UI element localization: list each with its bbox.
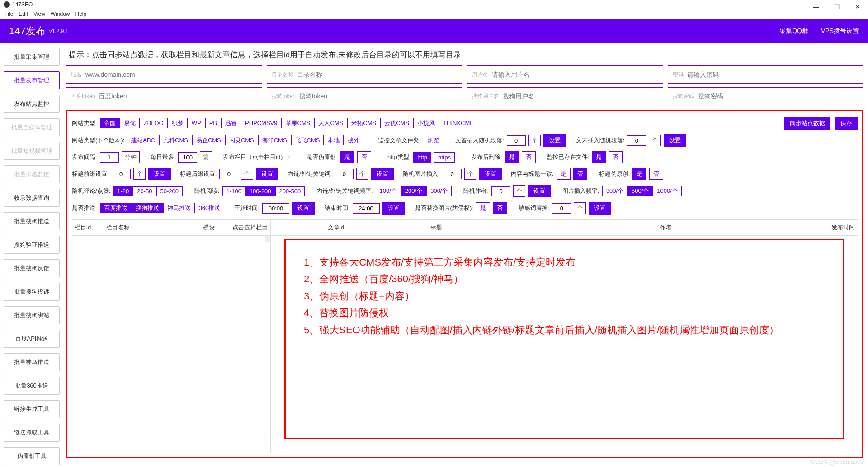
suffix-set[interactable]: 设置 xyxy=(256,168,278,180)
prefix-set[interactable]: 设置 xyxy=(148,168,171,180)
sogou-user-input[interactable] xyxy=(503,93,658,100)
same-no[interactable]: 否 xyxy=(573,168,587,180)
menu-file[interactable]: File xyxy=(5,11,13,17)
field-sogou-user[interactable]: 搜狗用户名 xyxy=(467,87,663,105)
img-set[interactable]: 设置 xyxy=(479,168,502,180)
author-set[interactable]: 设置 xyxy=(528,185,551,197)
kwfreq-option-1[interactable]: 200/个 xyxy=(401,186,426,196)
sidebar-item-6[interactable]: 收录数据查询 xyxy=(4,189,60,207)
read-option-0[interactable]: 1-100 xyxy=(222,186,245,196)
head-insert-set[interactable]: 设置 xyxy=(543,134,566,147)
domain-input[interactable] xyxy=(85,71,257,78)
start-set[interactable]: 设置 xyxy=(292,202,315,215)
site-type-option-13[interactable]: THINKCMF xyxy=(439,118,477,128)
next-ver-option-7[interactable]: 搜外 xyxy=(344,135,363,145)
next-ver-option-5[interactable]: 飞飞CMS xyxy=(291,135,324,145)
link-qq-group[interactable]: 采集QQ群 xyxy=(779,27,808,35)
comment-option-1[interactable]: 20-50 xyxy=(133,186,156,196)
push-option-2[interactable]: 神马推送 xyxy=(163,203,195,213)
close-button[interactable]: ✕ xyxy=(847,0,868,14)
site-type-option-9[interactable]: 人人CMS xyxy=(314,118,347,128)
author-input[interactable] xyxy=(491,186,510,196)
next-ver-option-2[interactable]: 易企CMS xyxy=(192,135,225,145)
prefix-input[interactable] xyxy=(112,169,131,179)
fake-no[interactable]: 否 xyxy=(357,151,371,163)
exist-yes[interactable]: 是 xyxy=(592,151,606,163)
kw-set[interactable]: 设置 xyxy=(371,168,394,180)
push-option-3[interactable]: 360推送 xyxy=(195,203,225,213)
save-button[interactable]: 保存 xyxy=(835,117,858,130)
site-type-option-11[interactable]: 云优CMS xyxy=(380,118,413,128)
suffix-input[interactable] xyxy=(219,169,238,179)
kwfreq-option-2[interactable]: 300/个 xyxy=(426,186,452,196)
browse-button[interactable]: 浏览 xyxy=(424,135,443,146)
push-option-0[interactable]: 百度推送 xyxy=(100,203,132,213)
daily-input[interactable] xyxy=(178,152,197,163)
sidebar-item-11[interactable]: 批量搜狗绑站 xyxy=(4,306,60,324)
baidu-token-input[interactable] xyxy=(99,93,257,100)
tfake-no[interactable]: 否 xyxy=(649,168,663,180)
site-type-option-8[interactable]: 苹果CMS xyxy=(282,118,315,128)
field-user[interactable]: 用户名 xyxy=(467,65,663,84)
field-pwd[interactable]: 密码 xyxy=(668,65,864,84)
sidebar-item-14[interactable]: 批量360推送 xyxy=(4,377,60,395)
sidebar-item-5[interactable]: 批量排名监控 xyxy=(4,165,60,183)
sidebar-item-1[interactable]: 批量发布管理 xyxy=(4,71,60,89)
user-input[interactable] xyxy=(492,71,658,78)
site-type-option-7[interactable]: PHPCMSV9 xyxy=(241,118,282,128)
field-sogou-pwd[interactable]: 搜狗密码 xyxy=(668,87,864,105)
read-option-2[interactable]: 200-500 xyxy=(275,186,305,196)
replace-yes[interactable]: 是 xyxy=(476,202,490,214)
link-vps-settings[interactable]: VPS拨号设置 xyxy=(821,27,859,35)
next-ver-option-1[interactable]: 凡科CMS xyxy=(159,135,192,145)
next-ver-option-4[interactable]: 海洋CMS xyxy=(258,135,291,145)
imgfreq-option-2[interactable]: 1000/个 xyxy=(653,186,682,196)
site-type-option-6[interactable]: 迅睿 xyxy=(221,118,241,128)
kwfreq-option-0[interactable]: 100/个 xyxy=(376,186,401,196)
sidebar-item-9[interactable]: 批量搜狗反馈 xyxy=(4,259,60,277)
sync-button[interactable]: 同步站点数据 xyxy=(784,117,830,130)
end-input[interactable] xyxy=(353,203,380,214)
next-ver-option-6[interactable]: 本地 xyxy=(324,135,344,145)
interval-input[interactable] xyxy=(100,152,119,163)
sidebar-item-4[interactable]: 批量短视频管理 xyxy=(4,142,60,160)
replace-no[interactable]: 否 xyxy=(493,202,507,214)
site-type-option-0[interactable]: 帝国 xyxy=(100,118,120,128)
same-yes[interactable]: 是 xyxy=(557,168,571,180)
fake-yes[interactable]: 是 xyxy=(340,151,354,163)
sidebar-item-10[interactable]: 批量搜狗投诉 xyxy=(4,283,60,301)
https-option[interactable]: https xyxy=(434,152,455,163)
menu-edit[interactable]: Edit xyxy=(19,11,28,17)
sidebar-item-3[interactable]: 批量自媒体管理 xyxy=(4,118,60,136)
sidebar-item-13[interactable]: 批量神马推送 xyxy=(4,353,60,371)
imgfreq-option-1[interactable]: 500/个 xyxy=(627,186,653,196)
comment-option-0[interactable]: 1-20 xyxy=(113,186,133,196)
del-yes[interactable]: 是 xyxy=(505,151,519,163)
dir-input[interactable] xyxy=(297,71,458,78)
site-type-option-4[interactable]: WP xyxy=(188,118,205,128)
sidebar-item-12[interactable]: 百度API推送 xyxy=(4,330,60,348)
exist-no[interactable]: 否 xyxy=(609,151,623,163)
http-option[interactable]: http xyxy=(413,152,431,163)
sens-set[interactable]: 设置 xyxy=(589,202,611,215)
menu-view[interactable]: View xyxy=(33,11,45,17)
sidebar-item-17[interactable]: 伪原创工具 xyxy=(4,447,60,465)
pwd-input[interactable] xyxy=(687,71,859,78)
sogou-token-input[interactable] xyxy=(299,93,458,100)
end-set[interactable]: 设置 xyxy=(382,202,405,215)
sogou-pwd-input[interactable] xyxy=(698,93,859,100)
sidebar-item-0[interactable]: 批量采集管理 xyxy=(4,48,60,66)
next-ver-option-3[interactable]: 闪灵CMS xyxy=(225,135,258,145)
menu-help[interactable]: Help xyxy=(75,11,87,17)
field-dir[interactable]: 目录名称 xyxy=(267,65,463,84)
img-input[interactable] xyxy=(443,169,462,179)
sidebar-item-16[interactable]: 链接抓取工具 xyxy=(4,424,60,442)
del-no[interactable]: 否 xyxy=(522,151,536,163)
menu-window[interactable]: Window xyxy=(51,11,70,17)
scroll-indicator[interactable] xyxy=(265,236,270,242)
site-type-option-12[interactable]: 小旋风 xyxy=(413,118,439,128)
field-sogou-token[interactable]: 搜狗token xyxy=(267,87,463,105)
sidebar-item-15[interactable]: 链接生成工具 xyxy=(4,400,60,418)
maximize-button[interactable]: ☐ xyxy=(826,0,847,14)
sidebar-item-2[interactable]: 发布站点监控 xyxy=(4,95,60,113)
